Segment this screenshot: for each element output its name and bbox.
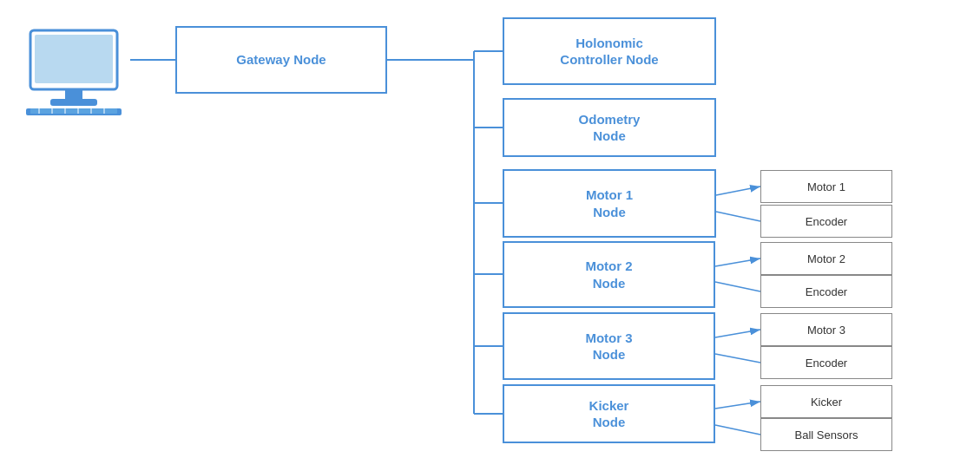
holonomic-node: Holonomic Controller Node [503, 17, 716, 85]
gateway-node: Gateway Node [175, 26, 387, 94]
svg-line-29 [715, 402, 760, 409]
motor1-node: Motor 1 Node [503, 169, 716, 238]
motor3-motor-box: Motor 3 [760, 313, 892, 346]
computer-icon [17, 26, 130, 121]
svg-line-28 [715, 354, 760, 363]
svg-line-24 [716, 212, 760, 221]
svg-rect-1 [35, 35, 113, 83]
odometry-node: Odometry Node [503, 98, 716, 157]
svg-rect-3 [50, 99, 97, 106]
motor2-node: Motor 2 Node [503, 241, 715, 308]
kicker-kicker-box: Kicker [760, 385, 892, 418]
motor2-encoder-box: Encoder [760, 275, 892, 308]
svg-line-26 [715, 282, 760, 291]
motor1-encoder-box: Encoder [760, 205, 892, 238]
motor3-encoder-box: Encoder [760, 346, 892, 379]
svg-line-23 [716, 186, 760, 195]
svg-line-30 [715, 425, 760, 435]
motor2-motor-box: Motor 2 [760, 242, 892, 275]
diagram: Gateway Node Holonomic Controller Node O… [0, 0, 980, 458]
kicker-node: Kicker Node [503, 384, 715, 443]
svg-line-27 [715, 330, 760, 337]
motor3-node: Motor 3 Node [503, 312, 715, 380]
motor1-motor-box: Motor 1 [760, 170, 892, 203]
kicker-ball-box: Ball Sensors [760, 418, 892, 451]
svg-rect-2 [65, 89, 82, 100]
svg-line-25 [715, 258, 760, 266]
